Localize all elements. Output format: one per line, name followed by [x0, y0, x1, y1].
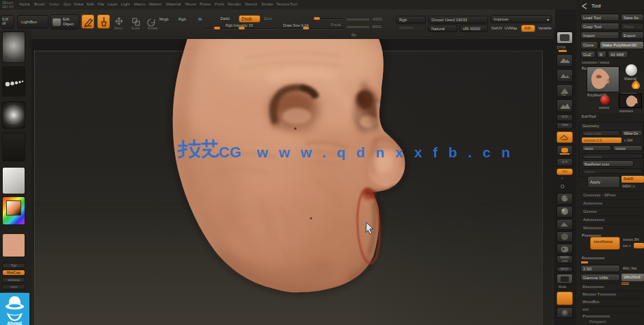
svg-text:Move: Move [114, 26, 122, 30]
svg-text:Ahead: Ahead [7, 321, 21, 325]
svg-text:750: 750 [561, 93, 566, 96]
svg-text:Rotate: Rotate [148, 26, 158, 30]
svg-text:Scale: Scale [131, 26, 140, 30]
svg-text:CG: CG [219, 144, 241, 161]
